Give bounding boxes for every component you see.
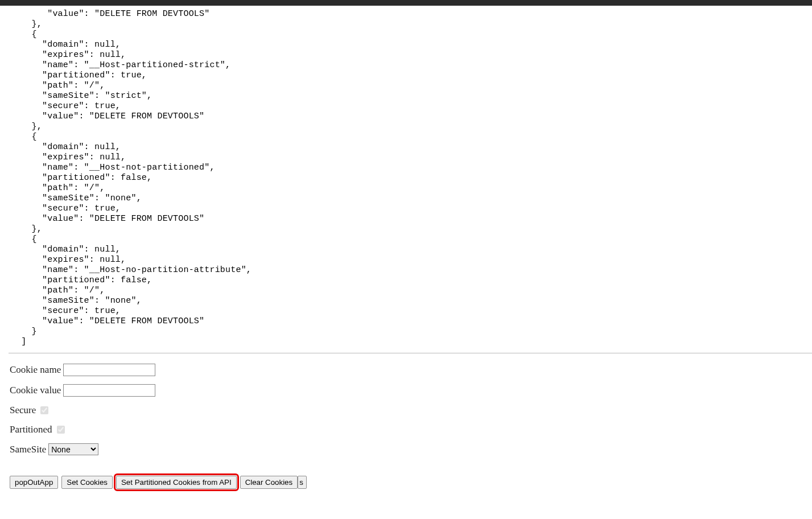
set-cookies-button[interactable]: Set Cookies: [61, 476, 113, 489]
cookie-name-label: Cookie name: [10, 364, 61, 376]
clear-cookies-button[interactable]: Clear Cookies: [240, 476, 298, 489]
cookie-name-row: Cookie name: [10, 364, 803, 376]
buttons-row: popOutApp Set Cookies Set Partitioned Co…: [0, 469, 812, 495]
cookie-form: Cookie name Cookie value Secure Partitio…: [0, 353, 812, 469]
partitioned-label: Partitioned: [10, 424, 52, 435]
secure-row: Secure: [10, 405, 803, 416]
secure-checkbox[interactable]: [40, 406, 48, 414]
popout-app-button[interactable]: popOutApp: [10, 476, 58, 489]
samesite-label: SameSite: [10, 444, 46, 455]
cookie-name-input[interactable]: [63, 364, 155, 376]
samesite-select[interactable]: None: [48, 443, 98, 455]
cookie-value-row: Cookie value: [10, 384, 803, 397]
partitioned-row: Partitioned: [10, 424, 803, 435]
cookie-value-label: Cookie value: [10, 385, 61, 396]
partitioned-checkbox[interactable]: [57, 426, 65, 434]
button-fragment[interactable]: s: [298, 476, 307, 489]
browser-top-bar: [0, 0, 812, 6]
page-content: "value": "DELETE FROM DEVTOOLS" }, { "do…: [0, 6, 812, 495]
samesite-row: SameSite None: [10, 443, 803, 455]
json-output: "value": "DELETE FROM DEVTOOLS" }, { "do…: [0, 6, 812, 353]
cookie-value-input[interactable]: [63, 384, 155, 397]
set-partitioned-cookies-button[interactable]: Set Partitioned Cookies from API: [116, 476, 237, 489]
secure-label: Secure: [10, 405, 36, 416]
